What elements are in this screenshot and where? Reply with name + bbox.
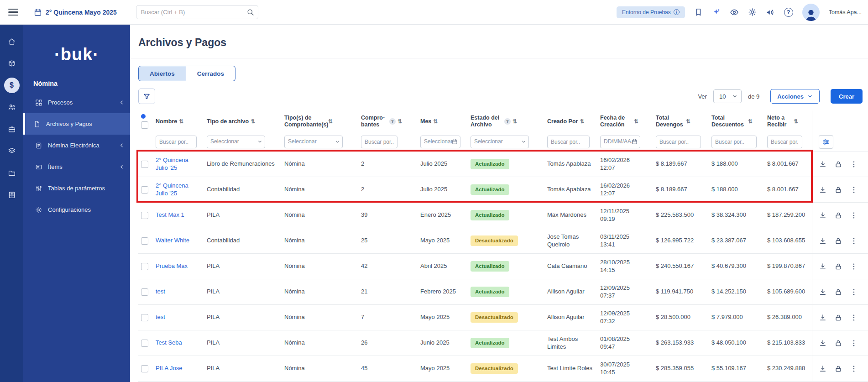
kebab-menu-icon[interactable] xyxy=(850,288,858,296)
col-header-fecha[interactable]: Fecha de Creación ⇅ xyxy=(600,115,656,128)
col-header-neto[interactable]: Neto a Recibir ⇅ xyxy=(767,115,812,128)
file-name-link[interactable]: test xyxy=(156,288,165,295)
sort-icon[interactable]: ⇅ xyxy=(634,118,638,125)
help-icon[interactable]: ? xyxy=(784,8,793,17)
download-icon[interactable] xyxy=(819,186,827,194)
layers-icon[interactable] xyxy=(8,147,16,155)
row-checkbox[interactable] xyxy=(141,340,148,347)
lock-icon[interactable] xyxy=(834,288,842,296)
megaphone-icon[interactable] xyxy=(766,8,775,17)
row-checkbox[interactable] xyxy=(141,237,148,245)
sort-icon[interactable]: ⇅ xyxy=(433,118,438,125)
filter-devengos-input[interactable] xyxy=(656,136,701,148)
col-header-estado[interactable]: Estado del Archivo ? ⇅ xyxy=(471,115,547,128)
sort-icon[interactable]: ⇅ xyxy=(512,118,517,125)
sort-icon[interactable]: ⇅ xyxy=(251,118,255,125)
filter-tipo-comprobantes-select[interactable]: Seleccionar xyxy=(284,136,343,148)
download-icon[interactable] xyxy=(819,288,827,296)
col-header-creado-por[interactable]: Creado Por ⇅ xyxy=(547,118,600,125)
lock-icon[interactable] xyxy=(834,211,842,220)
row-checkbox[interactable] xyxy=(141,263,148,270)
kebab-menu-icon[interactable] xyxy=(850,237,858,245)
row-checkbox[interactable] xyxy=(141,212,148,219)
download-icon[interactable] xyxy=(819,262,827,271)
sort-icon[interactable]: ⇅ xyxy=(397,118,402,125)
download-icon[interactable] xyxy=(819,314,827,322)
file-name-link[interactable]: test xyxy=(156,314,165,320)
gear-icon[interactable] xyxy=(748,8,757,16)
download-icon[interactable] xyxy=(819,365,827,373)
download-icon[interactable] xyxy=(819,237,827,245)
kebab-menu-icon[interactable] xyxy=(850,211,858,220)
kebab-menu-icon[interactable] xyxy=(850,314,858,322)
download-icon[interactable] xyxy=(819,211,827,220)
col-header-nombre[interactable]: Nombre ⇅ xyxy=(156,118,207,125)
acciones-button[interactable]: Acciones xyxy=(770,89,820,104)
kebab-menu-icon[interactable] xyxy=(850,339,858,347)
row-checkbox[interactable] xyxy=(141,314,148,321)
lock-icon[interactable] xyxy=(834,237,842,245)
bookmark-icon[interactable] xyxy=(694,8,703,16)
payroll-dollar-icon[interactable]: $ xyxy=(4,78,20,93)
row-checkbox[interactable] xyxy=(141,161,148,168)
filter-estado-select[interactable]: Seleccionar xyxy=(471,136,529,148)
briefcase-icon[interactable] xyxy=(8,125,16,133)
col-header-descuentos[interactable]: Total Descuentos ⇅ xyxy=(711,115,767,128)
select-all-checkbox[interactable] xyxy=(141,121,148,129)
col-header-devengos[interactable]: Total Devengos ⇅ xyxy=(656,115,711,128)
crear-button[interactable]: Crear xyxy=(831,89,863,104)
lock-icon[interactable] xyxy=(834,339,842,347)
filter-creado-por-input[interactable] xyxy=(547,136,590,148)
filter-nombre-input[interactable] xyxy=(156,136,197,148)
period-selector[interactable]: 2° Quincena Mayo 2025 xyxy=(34,8,117,16)
lock-icon[interactable] xyxy=(834,314,842,322)
file-name-link[interactable]: 2° Quincena Julio '25 xyxy=(156,157,188,171)
file-name-link[interactable]: PILA Jose xyxy=(156,365,183,372)
col-header-comprobantes[interactable]: Compro-bantes ? ⇅ xyxy=(361,115,420,128)
file-name-link[interactable]: Walter White xyxy=(156,237,189,244)
user-avatar[interactable] xyxy=(802,4,820,21)
sidebar-item-procesos[interactable]: Procesos xyxy=(23,92,130,113)
filter-neto-input[interactable] xyxy=(767,136,802,148)
people-icon[interactable] xyxy=(8,103,16,111)
box-icon[interactable] xyxy=(8,59,16,68)
tab-cerrados[interactable]: Cerrados xyxy=(186,66,235,81)
download-icon[interactable] xyxy=(819,339,827,347)
download-icon[interactable] xyxy=(819,160,827,168)
file-name-link[interactable]: Test Seba xyxy=(156,339,182,346)
kebab-menu-icon[interactable] xyxy=(850,160,858,168)
sidebar-item-archivos-y-pagos[interactable]: Archivos y Pagos xyxy=(23,113,130,135)
col-header-tipo-archivo[interactable]: Tipo de archivo ⇅ xyxy=(207,118,284,125)
user-name[interactable]: Tomás Apa... xyxy=(829,9,862,16)
file-name-link[interactable]: 2° Quincena Julio '25 xyxy=(156,182,188,196)
kebab-menu-icon[interactable] xyxy=(850,186,858,194)
eye-icon[interactable] xyxy=(730,8,739,17)
lock-icon[interactable] xyxy=(834,365,842,373)
cabinet-icon[interactable] xyxy=(8,191,16,199)
filter-descuentos-input[interactable] xyxy=(711,136,757,148)
sidebar-item-items[interactable]: Ítems xyxy=(23,156,130,178)
lock-icon[interactable] xyxy=(834,262,842,271)
sort-icon[interactable]: ⇅ xyxy=(748,118,753,125)
sort-icon[interactable]: ⇅ xyxy=(328,118,333,125)
help-icon[interactable]: ? xyxy=(504,118,511,125)
search-input[interactable] xyxy=(141,9,246,16)
page-size-select[interactable]: 10 xyxy=(713,89,742,103)
help-icon[interactable]: ? xyxy=(389,118,396,125)
search-icon[interactable] xyxy=(246,8,254,16)
sort-icon[interactable]: ⇅ xyxy=(794,118,798,125)
kebab-menu-icon[interactable] xyxy=(850,262,858,271)
col-header-tipo-comprobantes[interactable]: Tipo(s) de Comprobante(s) ⇅ xyxy=(284,115,361,128)
sidebar-item-tablas-de-parametros[interactable]: Tablas de parámetros xyxy=(23,178,130,199)
sort-icon[interactable]: ⇅ xyxy=(179,118,183,125)
hamburger-menu-icon[interactable] xyxy=(8,9,18,16)
file-name-link[interactable]: Prueba Max xyxy=(156,262,188,269)
filter-mes-datepicker[interactable]: Seleccionar xyxy=(420,136,460,148)
row-checkbox[interactable] xyxy=(141,365,148,372)
column-settings-button[interactable] xyxy=(819,135,833,149)
row-checkbox[interactable] xyxy=(141,288,148,296)
sidebar-item-configuraciones[interactable]: Configuraciones xyxy=(23,199,130,220)
tab-abiertos[interactable]: Abiertos xyxy=(138,66,186,81)
folder-icon[interactable] xyxy=(8,169,16,177)
home-icon[interactable] xyxy=(8,37,16,46)
